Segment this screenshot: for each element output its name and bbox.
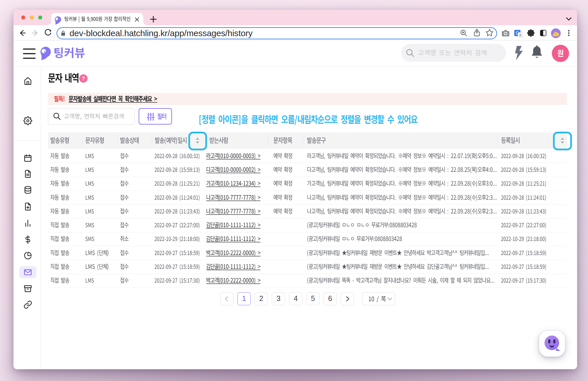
svg-text:文: 文 (519, 33, 522, 37)
